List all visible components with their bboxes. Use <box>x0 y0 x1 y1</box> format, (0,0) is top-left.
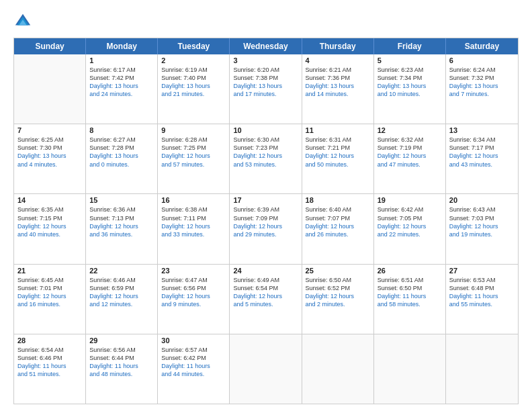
calendar-header-day: Wednesday <box>230 38 302 54</box>
cell-info: Sunrise: 6:53 AM Sunset: 6:48 PM Dayligh… <box>449 276 515 309</box>
cell-info: Sunrise: 6:39 AM Sunset: 7:09 PM Dayligh… <box>233 205 298 238</box>
day-number: 18 <box>306 196 370 204</box>
cell-info: Sunrise: 6:38 AM Sunset: 7:11 PM Dayligh… <box>161 205 226 238</box>
day-number: 19 <box>378 196 442 204</box>
day-number: 13 <box>449 126 515 134</box>
day-number: 23 <box>161 267 226 275</box>
calendar-body: 1Sunrise: 6:17 AM Sunset: 7:42 PM Daylig… <box>14 54 518 404</box>
calendar-cell: 29Sunrise: 6:56 AM Sunset: 6:44 PM Dayli… <box>86 334 158 404</box>
calendar-header-row: SundayMondayTuesdayWednesdayThursdayFrid… <box>14 38 518 54</box>
calendar-week-row: 1Sunrise: 6:17 AM Sunset: 7:42 PM Daylig… <box>14 54 518 124</box>
day-number: 25 <box>306 267 370 275</box>
cell-info: Sunrise: 6:17 AM Sunset: 7:42 PM Dayligh… <box>89 66 154 99</box>
cell-info: Sunrise: 6:49 AM Sunset: 6:54 PM Dayligh… <box>233 276 298 309</box>
calendar-cell: 25Sunrise: 6:50 AM Sunset: 6:52 PM Dayli… <box>302 265 374 334</box>
day-number: 22 <box>89 267 154 275</box>
day-number: 15 <box>89 196 154 204</box>
cell-info: Sunrise: 6:28 AM Sunset: 7:25 PM Dayligh… <box>161 136 226 169</box>
calendar-cell: 20Sunrise: 6:43 AM Sunset: 7:03 PM Dayli… <box>446 194 518 263</box>
day-number: 29 <box>89 336 154 345</box>
calendar-cell: 13Sunrise: 6:34 AM Sunset: 7:17 PM Dayli… <box>446 124 518 193</box>
calendar-header-day: Tuesday <box>158 38 230 54</box>
calendar-cell: 1Sunrise: 6:17 AM Sunset: 7:42 PM Daylig… <box>86 54 158 124</box>
cell-info: Sunrise: 6:19 AM Sunset: 7:40 PM Dayligh… <box>161 66 226 99</box>
calendar-cell: 18Sunrise: 6:40 AM Sunset: 7:07 PM Dayli… <box>302 194 374 263</box>
calendar: SundayMondayTuesdayWednesdayThursdayFrid… <box>13 38 519 404</box>
cell-info: Sunrise: 6:43 AM Sunset: 7:03 PM Dayligh… <box>449 205 515 238</box>
day-number: 17 <box>233 196 298 204</box>
cell-info: Sunrise: 6:35 AM Sunset: 7:15 PM Dayligh… <box>17 205 82 238</box>
calendar-cell <box>14 54 86 124</box>
cell-info: Sunrise: 6:36 AM Sunset: 7:13 PM Dayligh… <box>89 205 154 238</box>
day-number: 10 <box>233 126 298 134</box>
calendar-cell: 12Sunrise: 6:32 AM Sunset: 7:19 PM Dayli… <box>374 124 446 193</box>
calendar-header-day: Sunday <box>14 38 86 54</box>
day-number: 14 <box>17 196 82 204</box>
day-number: 16 <box>161 196 226 204</box>
calendar-cell: 3Sunrise: 6:20 AM Sunset: 7:38 PM Daylig… <box>230 54 302 124</box>
cell-info: Sunrise: 6:21 AM Sunset: 7:36 PM Dayligh… <box>306 66 370 99</box>
cell-info: Sunrise: 6:27 AM Sunset: 7:28 PM Dayligh… <box>89 136 154 169</box>
cell-info: Sunrise: 6:34 AM Sunset: 7:17 PM Dayligh… <box>449 136 515 169</box>
calendar-header-day: Monday <box>86 38 158 54</box>
calendar-cell: 11Sunrise: 6:31 AM Sunset: 7:21 PM Dayli… <box>302 124 374 193</box>
logo-icon <box>13 12 32 31</box>
day-number: 5 <box>378 56 442 64</box>
calendar-cell: 9Sunrise: 6:28 AM Sunset: 7:25 PM Daylig… <box>158 124 230 193</box>
day-number: 26 <box>378 267 442 275</box>
day-number: 27 <box>449 267 515 275</box>
calendar-cell: 15Sunrise: 6:36 AM Sunset: 7:13 PM Dayli… <box>86 194 158 263</box>
calendar-cell: 7Sunrise: 6:25 AM Sunset: 7:30 PM Daylig… <box>14 124 86 193</box>
day-number: 28 <box>17 336 82 345</box>
day-number: 4 <box>306 56 370 64</box>
cell-info: Sunrise: 6:47 AM Sunset: 6:56 PM Dayligh… <box>161 276 226 309</box>
cell-info: Sunrise: 6:32 AM Sunset: 7:19 PM Dayligh… <box>378 136 442 169</box>
calendar-cell: 17Sunrise: 6:39 AM Sunset: 7:09 PM Dayli… <box>230 194 302 263</box>
calendar-cell: 30Sunrise: 6:57 AM Sunset: 6:42 PM Dayli… <box>158 334 230 404</box>
logo <box>13 12 35 31</box>
day-number: 3 <box>233 56 298 64</box>
calendar-cell: 4Sunrise: 6:21 AM Sunset: 7:36 PM Daylig… <box>302 54 374 124</box>
calendar-week-row: 28Sunrise: 6:54 AM Sunset: 6:46 PM Dayli… <box>14 334 518 404</box>
day-number: 24 <box>233 267 298 275</box>
cell-info: Sunrise: 6:40 AM Sunset: 7:07 PM Dayligh… <box>306 205 370 238</box>
calendar-cell <box>302 334 374 404</box>
cell-info: Sunrise: 6:42 AM Sunset: 7:05 PM Dayligh… <box>378 205 442 238</box>
calendar-cell: 10Sunrise: 6:30 AM Sunset: 7:23 PM Dayli… <box>230 124 302 193</box>
cell-info: Sunrise: 6:31 AM Sunset: 7:21 PM Dayligh… <box>306 136 370 169</box>
calendar-cell: 23Sunrise: 6:47 AM Sunset: 6:56 PM Dayli… <box>158 265 230 334</box>
cell-info: Sunrise: 6:56 AM Sunset: 6:44 PM Dayligh… <box>89 346 154 379</box>
calendar-cell <box>230 334 302 404</box>
calendar-cell: 5Sunrise: 6:23 AM Sunset: 7:34 PM Daylig… <box>374 54 446 124</box>
day-number: 1 <box>89 56 154 64</box>
calendar-header-day: Thursday <box>302 38 374 54</box>
day-number: 12 <box>378 126 442 134</box>
day-number: 9 <box>161 126 226 134</box>
calendar-header-day: Saturday <box>446 38 518 54</box>
header <box>13 12 519 31</box>
calendar-cell: 16Sunrise: 6:38 AM Sunset: 7:11 PM Dayli… <box>158 194 230 263</box>
cell-info: Sunrise: 6:20 AM Sunset: 7:38 PM Dayligh… <box>233 66 298 99</box>
calendar-cell <box>374 334 446 404</box>
cell-info: Sunrise: 6:46 AM Sunset: 6:59 PM Dayligh… <box>89 276 154 309</box>
calendar-week-row: 7Sunrise: 6:25 AM Sunset: 7:30 PM Daylig… <box>14 124 518 193</box>
calendar-week-row: 21Sunrise: 6:45 AM Sunset: 7:01 PM Dayli… <box>14 264 518 334</box>
day-number: 11 <box>306 126 370 134</box>
calendar-cell: 22Sunrise: 6:46 AM Sunset: 6:59 PM Dayli… <box>86 265 158 334</box>
day-number: 7 <box>17 126 82 134</box>
calendar-header-day: Friday <box>374 38 446 54</box>
day-number: 2 <box>161 56 226 64</box>
page: SundayMondayTuesdayWednesdayThursdayFrid… <box>0 0 532 411</box>
calendar-cell: 8Sunrise: 6:27 AM Sunset: 7:28 PM Daylig… <box>86 124 158 193</box>
day-number: 6 <box>449 56 515 64</box>
day-number: 20 <box>449 196 515 204</box>
calendar-cell: 14Sunrise: 6:35 AM Sunset: 7:15 PM Dayli… <box>14 194 86 263</box>
cell-info: Sunrise: 6:57 AM Sunset: 6:42 PM Dayligh… <box>161 346 226 379</box>
cell-info: Sunrise: 6:24 AM Sunset: 7:32 PM Dayligh… <box>449 66 515 99</box>
calendar-cell: 2Sunrise: 6:19 AM Sunset: 7:40 PM Daylig… <box>158 54 230 124</box>
calendar-week-row: 14Sunrise: 6:35 AM Sunset: 7:15 PM Dayli… <box>14 193 518 263</box>
day-number: 30 <box>161 336 226 345</box>
day-number: 21 <box>17 267 82 275</box>
calendar-cell: 28Sunrise: 6:54 AM Sunset: 6:46 PM Dayli… <box>14 334 86 404</box>
calendar-cell: 26Sunrise: 6:51 AM Sunset: 6:50 PM Dayli… <box>374 265 446 334</box>
